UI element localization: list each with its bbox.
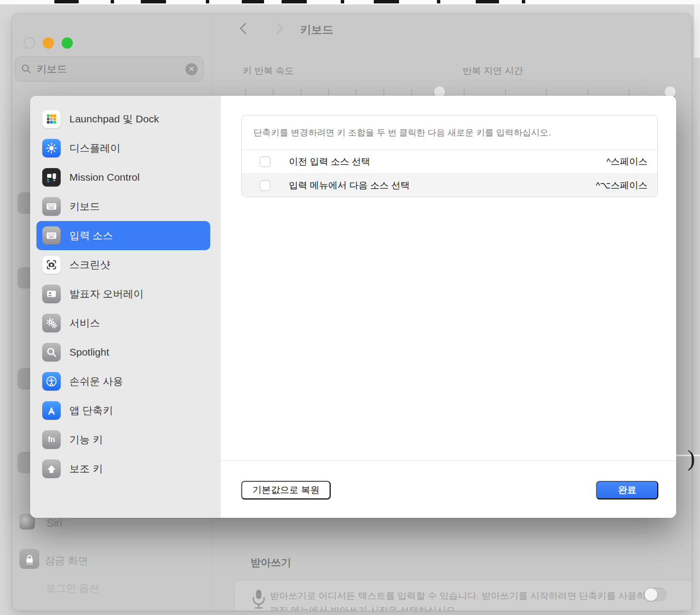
dialog-content: 단축키를 변경하려면 키 조합을 두 번 클릭한 다음 새로운 키를 입력하십시… bbox=[221, 96, 676, 518]
slider-tick bbox=[411, 89, 412, 95]
shortcut-group: 단축키를 변경하려면 키 조합을 두 번 클릭한 다음 새로운 키를 입력하십시… bbox=[241, 115, 658, 197]
sidebar-item-launchpad-dock[interactable]: Launchpad 및 Dock bbox=[36, 104, 210, 134]
input-sources-dialog: Launchpad 및 Dock 디스플레이 bbox=[30, 96, 676, 518]
fn-glyph: fn bbox=[48, 435, 55, 444]
sidebar-item-siri[interactable]: Siri bbox=[47, 517, 62, 530]
minimize-window-button[interactable] bbox=[43, 37, 54, 49]
sidebar-item-label: Mission Control bbox=[69, 171, 140, 183]
sidebar-item-display[interactable]: 디스플레이 bbox=[36, 134, 210, 163]
sidebar-item-input-sources[interactable]: 입력 소스 bbox=[36, 221, 210, 250]
forward-button[interactable] bbox=[271, 22, 283, 34]
zoom-window-button[interactable] bbox=[62, 37, 73, 49]
slider-tick bbox=[546, 89, 547, 95]
presenter-overlay-icon bbox=[42, 285, 61, 303]
clear-search-icon[interactable]: ✕ bbox=[185, 63, 198, 75]
stray-paren: ) bbox=[687, 445, 695, 471]
sidebar-item-lock-screen[interactable]: 잠금 화면 bbox=[45, 554, 88, 567]
glyph-fragment bbox=[522, 0, 525, 3]
display-icon bbox=[42, 139, 61, 157]
accessibility-icon bbox=[42, 372, 61, 391]
back-button[interactable] bbox=[239, 22, 251, 34]
shortcut-label: 이전 입력 소스 선택 bbox=[289, 155, 606, 168]
glyph-fragment bbox=[476, 0, 499, 3]
sidebar-item-spotlight[interactable]: Spotlight bbox=[36, 338, 210, 367]
sidebar-item-label: 입력 소스 bbox=[69, 229, 113, 242]
sidebar-item-label: 스크린샷 bbox=[69, 258, 110, 272]
shortcut-keys: ^스페이스 bbox=[606, 155, 648, 168]
sidebar-item-label: 기능 키 bbox=[69, 433, 103, 446]
search-input[interactable] bbox=[36, 63, 185, 75]
dictation-description-line2: 편집 메뉴에서 받아쓰기 시작을 선택하십시오. bbox=[270, 604, 458, 611]
top-overflow-strip bbox=[0, 0, 700, 4]
slider-tick bbox=[245, 89, 246, 95]
fn-key-icon: fn bbox=[42, 430, 61, 449]
sidebar-item-modifier-keys[interactable]: 보조 키 bbox=[36, 454, 210, 483]
shortcut-row-next-input-source[interactable]: 입력 메뉴에서 다음 소스 선택 ^⌥스페이스 bbox=[242, 173, 657, 197]
checkbox-previous-input-source[interactable] bbox=[260, 156, 270, 167]
glyph-fragment bbox=[242, 0, 264, 3]
screen: ✕ 키보드 키 반복 속도 반복 지연 시간 Siri bbox=[0, 0, 700, 615]
glyph-fragment bbox=[54, 0, 79, 3]
glyph-fragment bbox=[282, 0, 307, 3]
dictation-card: 받아쓰기로 어디서든 텍스트를 입력할 수 있습니다. 받아쓰기를 시작하려면 … bbox=[234, 580, 692, 611]
sidebar-item-presenter-overlay[interactable]: 발표자 오버레이 bbox=[36, 279, 210, 308]
slider-tick bbox=[505, 89, 506, 95]
glyph-fragment bbox=[206, 0, 209, 3]
launchpad-icon bbox=[42, 110, 61, 128]
sidebar-item-function-keys[interactable]: fn 기능 키 bbox=[36, 425, 210, 454]
slider-tick bbox=[273, 89, 274, 95]
sidebar-item-accessibility[interactable]: 손쉬운 사용 bbox=[36, 367, 210, 396]
checkbox-next-input-source[interactable] bbox=[260, 180, 270, 191]
sidebar-item-label: Spotlight bbox=[69, 346, 109, 358]
input-sources-icon bbox=[42, 226, 61, 245]
sidebar-item-keyboard[interactable]: 키보드 bbox=[36, 192, 210, 221]
footer-divider bbox=[221, 461, 676, 461]
settings-search-field[interactable]: ✕ bbox=[15, 56, 204, 82]
sidebar-item-label: 발표자 오버레이 bbox=[69, 287, 144, 301]
page-title: 키보드 bbox=[300, 22, 333, 37]
sidebar-item-mission-control[interactable]: Mission Control bbox=[36, 163, 210, 192]
glyph-fragment bbox=[111, 0, 114, 3]
dictation-toggle[interactable] bbox=[644, 588, 667, 601]
glyph-fragment bbox=[141, 0, 166, 3]
dictation-description-line1: 받아쓰기로 어디서든 텍스트를 입력할 수 있습니다. 받아쓰기를 시작하려면 … bbox=[270, 589, 665, 603]
mission-control-icon bbox=[42, 168, 61, 187]
close-window-button[interactable] bbox=[24, 37, 35, 49]
lock-screen-icon bbox=[19, 549, 39, 569]
sidebar-item-label: 서비스 bbox=[69, 316, 100, 330]
key-repeat-rate-label: 키 반복 속도 bbox=[243, 65, 294, 77]
dictation-title: 받아쓰기 bbox=[250, 556, 291, 569]
restore-defaults-button[interactable]: 기본값으로 복원 bbox=[241, 481, 331, 499]
modifier-keys-icon bbox=[42, 460, 61, 478]
instruction-text: 단축키를 변경하려면 키 조합을 두 번 클릭한 다음 새로운 키를 입력하십시… bbox=[242, 116, 657, 150]
sidebar-item-label: 디스플레이 bbox=[69, 141, 120, 155]
desktop-sliver bbox=[694, 4, 700, 58]
sidebar-item-label: 앱 단축키 bbox=[69, 404, 113, 417]
shortcut-keys: ^⌥스페이스 bbox=[596, 179, 648, 192]
slider-tick bbox=[629, 89, 630, 95]
glyph-fragment bbox=[374, 0, 399, 3]
shortcut-row-previous-input-source[interactable]: 이전 입력 소스 선택 ^스페이스 bbox=[242, 150, 657, 173]
sidebar-item-login-options[interactable]: 로그인 옵션 bbox=[46, 581, 100, 595]
toggle-knob bbox=[645, 588, 657, 601]
glyph-fragment bbox=[437, 0, 440, 3]
sidebar-item-screenshot[interactable]: 스크린샷 bbox=[36, 250, 210, 279]
microphone-icon bbox=[250, 588, 268, 611]
slider-tick bbox=[328, 89, 329, 95]
slider-tick bbox=[383, 89, 384, 95]
slider-tick bbox=[300, 89, 301, 95]
repeat-delay-label: 반복 지연 시간 bbox=[463, 65, 523, 77]
glyph-fragment bbox=[341, 0, 344, 3]
sidebar-item-services[interactable]: 서비스 bbox=[36, 308, 210, 338]
dialog-sidebar: Launchpad 및 Dock 디스플레이 bbox=[30, 96, 221, 518]
search-icon bbox=[21, 64, 32, 74]
done-button[interactable]: 완료 bbox=[596, 481, 658, 499]
slider-tick bbox=[464, 89, 465, 95]
sidebar-item-label: Launchpad 및 Dock bbox=[69, 112, 159, 126]
sidebar-item-label: 손쉬운 사용 bbox=[69, 375, 123, 388]
sidebar-item-label: 키보드 bbox=[69, 200, 100, 213]
sidebar-item-label: 보조 키 bbox=[69, 462, 103, 476]
services-icon bbox=[42, 314, 61, 332]
slider-tick bbox=[587, 89, 588, 95]
sidebar-item-app-shortcuts[interactable]: 앱 단축키 bbox=[36, 396, 210, 425]
